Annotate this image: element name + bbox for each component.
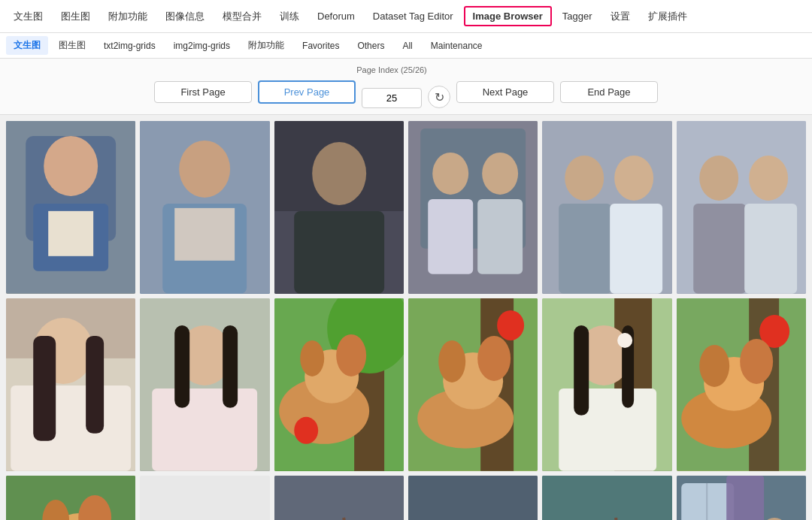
svg-rect-21	[559, 204, 612, 294]
page-index-label: Page Index (25/26)	[356, 65, 427, 74]
svg-rect-101	[542, 476, 671, 520]
subnav-img2img-grids[interactable]: img2img-grids	[166, 38, 238, 54]
image-cell-boy2[interactable]	[140, 121, 269, 294]
svg-point-50	[497, 310, 524, 340]
nav-tuxiangxinxi[interactable]: 图像信息	[158, 7, 212, 26]
nav-shezhi[interactable]: 设置	[603, 7, 638, 26]
svg-rect-33	[33, 336, 56, 441]
svg-rect-118	[726, 476, 764, 520]
svg-rect-4	[48, 211, 93, 256]
image-cell-hedgehog1[interactable]	[274, 476, 404, 520]
svg-point-67	[699, 345, 729, 387]
nav-tushengtu[interactable]: 图生图	[53, 7, 98, 26]
image-cell-girl3[interactable]	[542, 298, 671, 471]
subnav-fujia[interactable]: 附加功能	[241, 36, 292, 55]
svg-rect-34	[86, 336, 104, 434]
image-cell-girl1[interactable]	[6, 298, 135, 471]
svg-point-46	[300, 340, 324, 376]
image-cell-boy3[interactable]	[274, 121, 404, 294]
nav-image-browser[interactable]: Image Browser	[464, 6, 552, 26]
sub-navigation: 文生图 图生图 txt2img-grids img2img-grids 附加功能…	[0, 33, 812, 59]
svg-rect-28	[744, 204, 797, 294]
svg-rect-58	[559, 388, 657, 471]
first-page-button[interactable]: First Page	[154, 81, 252, 103]
nav-kuozhan[interactable]: 扩展插件	[641, 7, 695, 26]
image-cell-dog4[interactable]	[6, 476, 135, 520]
svg-point-68	[740, 339, 773, 384]
page-index-group: Page Index (25/26)	[362, 76, 422, 108]
svg-point-61	[617, 333, 632, 348]
subnav-maintenance[interactable]: Maintenance	[423, 38, 490, 54]
svg-point-54	[477, 336, 511, 381]
pagination-bar: First Page Prev Page Page Index (25/26) …	[0, 59, 812, 115]
end-page-button[interactable]: End Page	[560, 81, 658, 103]
subnav-all[interactable]: All	[395, 38, 420, 54]
next-page-button[interactable]: Next Page	[456, 81, 554, 103]
nav-dataset-tag-editor[interactable]: Dataset Tag Editor	[365, 8, 461, 25]
svg-rect-115	[681, 483, 734, 520]
nav-wenshitu[interactable]: 文生图	[6, 7, 50, 26]
nav-fujia[interactable]: 附加功能	[101, 7, 155, 26]
top-navigation: 文生图 图生图 附加功能 图像信息 模型合并 训练 Deforum Datase…	[0, 0, 812, 33]
svg-rect-69	[6, 476, 135, 520]
svg-rect-12	[274, 121, 404, 211]
image-cell-hedgehog2[interactable]	[408, 476, 538, 520]
svg-rect-8	[175, 208, 235, 261]
image-cell-dog1[interactable]	[274, 298, 404, 471]
nav-xunlian[interactable]: 训练	[272, 7, 307, 26]
refresh-button[interactable]: ↻	[428, 86, 450, 108]
svg-point-25	[699, 156, 738, 201]
svg-rect-59	[574, 325, 589, 416]
nav-moxinghebing[interactable]: 模型合并	[215, 7, 269, 26]
svg-rect-39	[223, 325, 238, 408]
svg-rect-18	[477, 199, 523, 274]
svg-point-6	[180, 141, 231, 198]
svg-point-20	[565, 156, 604, 201]
svg-rect-37	[153, 388, 258, 471]
subnav-favorites[interactable]: Favorites	[295, 38, 347, 54]
svg-point-45	[294, 417, 318, 444]
subnav-others[interactable]: Others	[350, 38, 392, 54]
svg-point-2	[44, 136, 98, 196]
refresh-icon: ↻	[435, 90, 444, 104]
subnav-wenshitu[interactable]: 文生图	[6, 36, 48, 55]
svg-rect-88	[408, 476, 538, 520]
image-cell-girl2[interactable]	[140, 298, 269, 471]
svg-rect-23	[610, 204, 662, 294]
image-grid	[0, 115, 812, 520]
svg-rect-16	[428, 199, 473, 274]
svg-rect-26	[693, 204, 746, 294]
svg-rect-32	[11, 385, 131, 471]
svg-point-15	[432, 153, 468, 195]
image-cell-dog3[interactable]	[677, 298, 806, 471]
image-cell-hedgehog3[interactable]	[542, 476, 671, 520]
svg-rect-38	[175, 325, 190, 408]
image-cell-boy1[interactable]	[6, 121, 135, 294]
prev-page-button[interactable]: Prev Page	[258, 80, 356, 104]
image-cell-figure[interactable]	[677, 476, 806, 520]
nav-deforum[interactable]: Deforum	[310, 8, 362, 25]
page-index-input[interactable]	[362, 88, 422, 108]
subnav-txt2img-grids[interactable]: txt2img-grids	[96, 38, 163, 54]
svg-line-109	[616, 518, 617, 520]
image-cell-boy6[interactable]	[677, 121, 806, 294]
image-cell-boy4[interactable]	[408, 121, 538, 294]
svg-rect-11	[294, 211, 384, 294]
image-cell-empty[interactable]	[140, 476, 269, 520]
image-cell-boy5[interactable]	[542, 121, 671, 294]
image-cell-dog2[interactable]	[408, 298, 538, 471]
svg-point-27	[749, 156, 788, 201]
svg-point-47	[336, 334, 366, 376]
svg-rect-76	[274, 476, 404, 520]
subnav-tushengtu[interactable]: 图生图	[51, 36, 93, 55]
svg-point-53	[438, 340, 465, 382]
svg-point-22	[614, 156, 653, 201]
nav-tagger[interactable]: Tagger	[555, 8, 600, 25]
svg-point-17	[482, 153, 518, 195]
